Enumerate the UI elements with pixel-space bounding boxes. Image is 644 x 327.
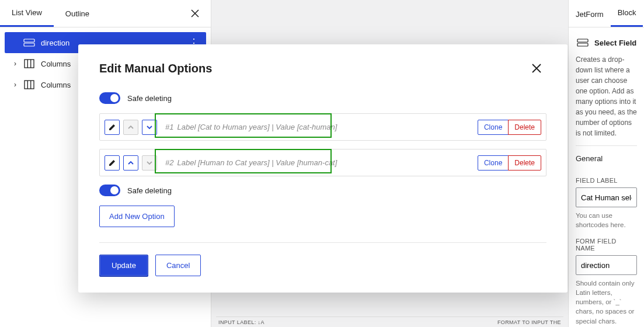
move-down-button bbox=[142, 155, 157, 171]
move-up-button[interactable] bbox=[123, 155, 138, 171]
tree-item-label: Columns bbox=[41, 60, 71, 68]
tab-jetform[interactable]: JetForm bbox=[569, 2, 611, 27]
select-field-title: Select Field bbox=[594, 39, 636, 47]
move-down-button[interactable] bbox=[142, 120, 157, 135]
clone-button[interactable]: Clone bbox=[478, 120, 509, 135]
option-text: Label [Cat to Human years] | Value [cat-… bbox=[177, 123, 337, 131]
section-general[interactable]: General bbox=[576, 145, 637, 169]
tree-item-label: Columns bbox=[41, 81, 71, 89]
form-field-name-input[interactable] bbox=[576, 255, 637, 275]
field-label-heading: FIELD LABEL bbox=[576, 177, 637, 184]
canvas-footer: INPUT LABEL: ↓A FORMAT TO INPUT THE bbox=[216, 316, 563, 327]
svg-rect-0 bbox=[24, 39, 34, 42]
edit-option-button[interactable] bbox=[105, 120, 120, 135]
svg-rect-5 bbox=[25, 81, 34, 89]
columns-icon bbox=[22, 78, 36, 92]
safe-deleting-toggle-bottom[interactable] bbox=[99, 185, 120, 196]
svg-rect-2 bbox=[25, 60, 34, 68]
select-field-icon bbox=[22, 36, 36, 50]
chevron-right-icon[interactable]: › bbox=[9, 81, 21, 89]
add-new-option-button[interactable]: Add New Option bbox=[99, 206, 175, 227]
close-icon[interactable] bbox=[527, 61, 546, 76]
svg-rect-8 bbox=[577, 39, 588, 42]
safe-deleting-toggle-top[interactable] bbox=[99, 92, 120, 104]
edit-option-button[interactable] bbox=[105, 155, 120, 171]
form-field-name-help: Should contain only Latin letters, numbe… bbox=[576, 279, 637, 325]
option-row: #2 Label [Human to Cat years] | Value [h… bbox=[99, 149, 546, 176]
safe-deleting-label: Safe deleting bbox=[127, 186, 172, 195]
form-field-name-heading: FORM FIELD NAME bbox=[576, 238, 637, 252]
select-field-icon bbox=[576, 36, 590, 50]
option-text: Label [Human to Cat years] | Value [huma… bbox=[177, 158, 337, 167]
cancel-button[interactable]: Cancel bbox=[155, 255, 201, 276]
tab-list-view[interactable]: List View bbox=[0, 0, 54, 27]
select-field-description: Creates a drop-down list where a user ca… bbox=[576, 54, 637, 138]
modal-title: Edit Manual Options bbox=[99, 62, 212, 75]
svg-rect-1 bbox=[24, 43, 34, 46]
update-button[interactable]: Update bbox=[99, 255, 148, 276]
field-label-help: You can use shortcodes here. bbox=[576, 211, 637, 229]
footer-right-text: FORMAT TO INPUT THE bbox=[497, 319, 561, 325]
left-panel-tabs: List View Outline bbox=[0, 0, 211, 27]
delete-button[interactable]: Delete bbox=[508, 120, 541, 135]
right-panel-tabs: JetForm Block bbox=[569, 0, 644, 27]
divider bbox=[99, 242, 546, 243]
option-index: #2 bbox=[165, 158, 173, 167]
edit-manual-options-modal: Edit Manual Options Safe deleting #1 Lab… bbox=[78, 44, 568, 293]
clone-button[interactable]: Clone bbox=[478, 155, 509, 171]
tab-block[interactable]: Block bbox=[611, 0, 643, 27]
move-up-button bbox=[123, 120, 138, 135]
delete-button[interactable]: Delete bbox=[508, 155, 541, 171]
tree-item-label: direction bbox=[41, 39, 69, 47]
option-row: #1 Label [Cat to Human years] | Value [c… bbox=[99, 113, 546, 141]
footer-left-text: INPUT LABEL: ↓A bbox=[218, 319, 264, 325]
tab-outline[interactable]: Outline bbox=[54, 1, 101, 26]
right-panel: JetForm Block Select Field Creates a dro… bbox=[568, 0, 644, 327]
chevron-right-icon[interactable]: › bbox=[9, 60, 21, 68]
option-index: #1 bbox=[165, 123, 173, 131]
field-label-input[interactable] bbox=[576, 187, 637, 207]
svg-rect-9 bbox=[577, 43, 588, 46]
safe-deleting-label: Safe deleting bbox=[127, 94, 172, 103]
columns-icon bbox=[22, 57, 36, 71]
right-panel-body: Select Field Creates a drop-down list wh… bbox=[569, 27, 644, 327]
left-panel-close-icon[interactable] bbox=[179, 1, 211, 26]
